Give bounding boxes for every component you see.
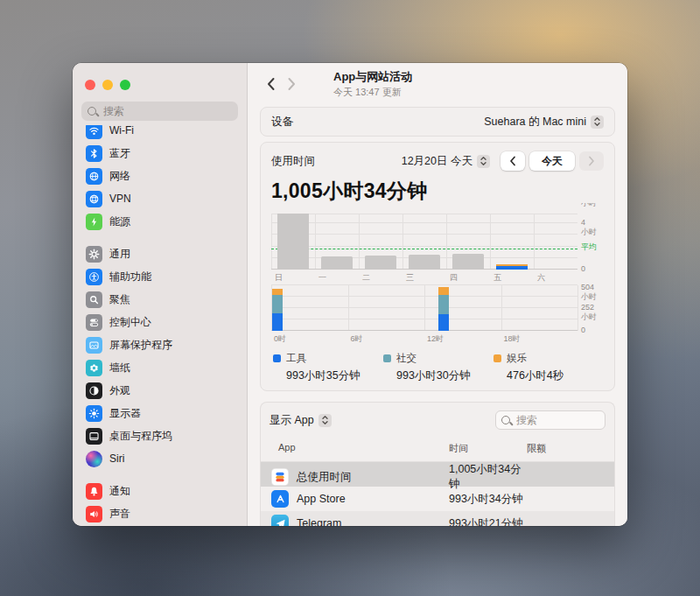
forward-button[interactable] <box>281 74 302 95</box>
sidebar-item-vpn[interactable]: VPN <box>81 187 238 210</box>
sidebar-item-energy[interactable]: 能源 <box>81 210 238 233</box>
day-bar[interactable] <box>365 256 396 270</box>
axis-tick: 252 <box>581 303 594 312</box>
table-row[interactable]: Telegram993小时21分钟 <box>261 511 614 526</box>
col-limit: 限额 <box>527 442 614 455</box>
gridline <box>315 214 316 270</box>
minimize-button[interactable] <box>102 80 113 90</box>
sidebar-search-input[interactable] <box>102 104 232 118</box>
speaker-icon <box>86 506 102 522</box>
category-legend: 工具993小时35分钟社交993小时30分钟娱乐476小时4秒 <box>271 352 604 383</box>
app-store-icon <box>271 490 289 508</box>
weekly-axis: 小时 4 小时 平均 0 <box>578 214 604 270</box>
gridline <box>359 214 360 270</box>
day-bar[interactable] <box>321 256 353 270</box>
hour-bar-segment-娱乐[interactable] <box>438 287 449 295</box>
sidebar-item-accessibility[interactable]: 辅助功能 <box>81 265 238 288</box>
search-icon <box>88 107 96 116</box>
hour-label: 18时 <box>504 333 521 345</box>
sidebar-item-bluetooth[interactable]: 蓝牙 <box>81 142 238 165</box>
apps-search[interactable] <box>495 410 606 430</box>
sidebar-item-displays[interactable]: 显示器 <box>81 402 238 424</box>
device-card: 设备 Suehara 的 Mac mini <box>260 107 615 137</box>
traffic-lights <box>81 63 238 102</box>
sidebar-item-screensaver[interactable]: 屏幕保护程序 <box>81 333 238 356</box>
gridline <box>271 234 578 235</box>
gear-icon <box>86 246 102 263</box>
energy-icon <box>86 214 102 230</box>
sidebar-item-siri[interactable]: Siri <box>81 447 238 470</box>
legend-name: 工具 <box>286 352 306 365</box>
displays-icon <box>86 405 102 422</box>
legend-name: 社交 <box>396 352 416 365</box>
device-popup[interactable]: Suehara 的 Mac mini <box>484 115 604 130</box>
gridline <box>348 285 349 331</box>
day-label: 二 <box>362 272 370 284</box>
table-header: App 时间 限额 <box>261 437 614 462</box>
sidebar-item-label: 声音 <box>109 507 130 522</box>
gridline <box>271 214 578 214</box>
app-name: App Store <box>297 493 346 505</box>
prev-day-button[interactable] <box>500 151 525 171</box>
accessibility-icon <box>86 269 102 285</box>
chevron-up-down-icon <box>591 116 604 129</box>
bell-icon <box>86 483 102 500</box>
page-title: App与网站活动 <box>333 69 412 85</box>
gridline <box>534 214 535 270</box>
average-label: 平均 <box>581 242 597 253</box>
today-button[interactable]: 今天 <box>529 151 575 171</box>
table-row[interactable]: 总使用时间1,005小时34分钟 <box>261 462 614 487</box>
app-time: 993小时21分钟 <box>449 516 527 527</box>
desktop-dock-icon <box>86 428 102 445</box>
hour-bar-segment-社交[interactable] <box>438 295 449 314</box>
day-bar[interactable] <box>409 255 440 270</box>
device-popup-value: Suehara 的 Mac mini <box>484 115 586 130</box>
sidebar-item-desktop-dock[interactable]: 桌面与程序坞 <box>81 424 238 447</box>
sidebar-group-gap <box>81 470 238 480</box>
day-bar-segment-娱乐[interactable] <box>496 264 528 266</box>
app-cell: Telegram <box>271 515 449 526</box>
siri-icon <box>86 451 102 467</box>
hour-bar-segment-工具[interactable] <box>438 314 449 331</box>
legend-head: 社交 <box>383 352 494 365</box>
sidebar-item-spotlight[interactable]: 聚焦 <box>81 288 238 311</box>
sidebar-item-speaker[interactable]: 声音 <box>81 502 238 525</box>
search-icon <box>501 416 510 424</box>
sidebar-item-wallpaper[interactable]: 墙纸 <box>81 356 238 379</box>
axis-unit: 小时 <box>581 291 597 303</box>
close-button[interactable] <box>85 80 95 90</box>
app-cell: 总使用时间 <box>271 468 449 486</box>
sidebar-item-globe[interactable]: 网络 <box>81 165 238 187</box>
sidebar-search[interactable] <box>81 102 238 121</box>
day-bar[interactable] <box>452 254 484 270</box>
hour-bar-segment-娱乐[interactable] <box>272 289 283 296</box>
hour-bar-segment-社交[interactable] <box>272 295 283 313</box>
vpn-icon <box>86 191 102 207</box>
app-table-body: 总使用时间1,005小时34分钟App Store993小时34分钟Telegr… <box>261 462 614 526</box>
table-row[interactable]: App Store993小时34分钟 <box>261 487 614 511</box>
day-label: 五 <box>494 272 501 284</box>
sidebar-item-label: 显示器 <box>109 406 141 421</box>
apps-search-input[interactable] <box>514 413 599 427</box>
legend-value: 993小时35分钟 <box>286 368 383 383</box>
chevron-up-down-icon <box>477 155 490 168</box>
day-bar[interactable] <box>277 214 309 270</box>
hour-bar-segment-工具[interactable] <box>272 313 283 331</box>
sidebar-item-bell[interactable]: 通知 <box>81 480 238 502</box>
back-button[interactable] <box>260 74 281 95</box>
zoom-button[interactable] <box>120 80 130 90</box>
apps-card: 显示 App App 时间 限额 总使用时间1,005小时34分钟Ap <box>260 402 615 526</box>
date-popup[interactable]: 12月20日 今天 <box>402 154 490 169</box>
legend-item-娱乐: 娱乐476小时4秒 <box>494 352 604 383</box>
legend-item-社交: 社交993小时30分钟 <box>383 352 494 383</box>
content-pane: App与网站活动 今天 13:47 更新 设备 Suehara 的 Mac mi… <box>248 63 627 526</box>
wifi-icon <box>86 125 102 139</box>
sidebar-item-wifi[interactable]: Wi-Fi <box>81 125 238 142</box>
show-filter-popup[interactable]: 显示 App <box>270 413 332 428</box>
day-label: 六 <box>537 272 545 284</box>
next-day-button[interactable] <box>579 151 604 171</box>
page-subtitle: 今天 13:47 更新 <box>333 86 412 99</box>
sidebar-item-appearance[interactable]: 外观 <box>81 379 238 402</box>
sidebar-item-gear[interactable]: 通用 <box>81 242 238 265</box>
sidebar-item-control-center[interactable]: 控制中心 <box>81 311 238 333</box>
